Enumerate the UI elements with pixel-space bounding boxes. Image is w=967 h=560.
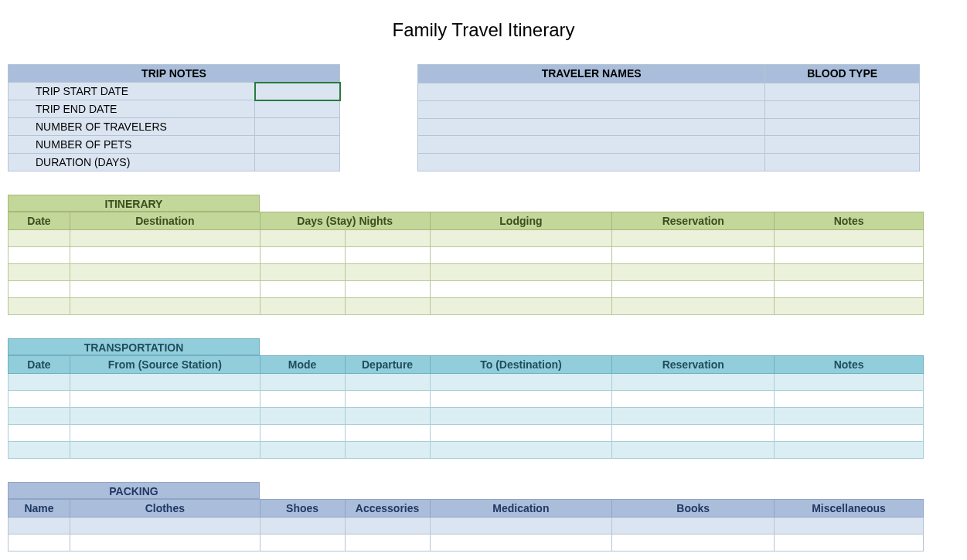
trip-notes-value-cell[interactable] xyxy=(255,154,340,171)
table-cell[interactable] xyxy=(345,425,430,442)
traveler-blood-cell[interactable] xyxy=(765,83,920,100)
table-cell[interactable] xyxy=(70,442,260,459)
table-cell[interactable] xyxy=(70,425,260,442)
table-cell[interactable] xyxy=(612,391,775,408)
table-cell[interactable] xyxy=(260,374,345,391)
table-cell[interactable] xyxy=(612,518,775,535)
table-cell[interactable] xyxy=(260,247,345,264)
table-cell[interactable] xyxy=(775,298,924,315)
table-cell[interactable] xyxy=(70,298,260,315)
trip-notes-label[interactable]: NUMBER OF PETS xyxy=(9,136,255,154)
table-cell[interactable] xyxy=(9,442,70,459)
table-cell[interactable] xyxy=(430,264,612,281)
table-cell[interactable] xyxy=(70,281,260,298)
table-cell[interactable] xyxy=(430,425,612,442)
traveler-name-cell[interactable] xyxy=(418,118,765,136)
table-cell[interactable] xyxy=(430,518,612,535)
table-cell[interactable] xyxy=(9,535,70,552)
table-cell[interactable] xyxy=(260,298,345,315)
table-cell[interactable] xyxy=(345,408,430,425)
table-cell[interactable] xyxy=(430,442,612,459)
traveler-name-cell[interactable] xyxy=(418,83,765,100)
trip-notes-label[interactable]: DURATION (DAYS) xyxy=(9,154,255,171)
table-cell[interactable] xyxy=(9,247,70,264)
table-cell[interactable] xyxy=(612,535,775,552)
table-cell[interactable] xyxy=(9,408,70,425)
table-cell[interactable] xyxy=(9,298,70,315)
table-cell[interactable] xyxy=(70,247,260,264)
trip-notes-value-cell[interactable] xyxy=(255,118,340,136)
table-cell[interactable] xyxy=(9,374,70,391)
table-cell[interactable] xyxy=(430,230,612,247)
table-cell[interactable] xyxy=(430,374,612,391)
table-cell[interactable] xyxy=(345,281,430,298)
trip-notes-value-cell[interactable] xyxy=(255,83,340,100)
table-cell[interactable] xyxy=(430,247,612,264)
table-cell[interactable] xyxy=(612,281,775,298)
table-cell[interactable] xyxy=(430,281,612,298)
table-cell[interactable] xyxy=(430,535,612,552)
table-cell[interactable] xyxy=(430,408,612,425)
trip-notes-label[interactable]: TRIP START DATE xyxy=(9,83,255,100)
table-cell[interactable] xyxy=(345,391,430,408)
table-cell[interactable] xyxy=(612,247,775,264)
table-cell[interactable] xyxy=(775,264,924,281)
table-cell[interactable] xyxy=(775,281,924,298)
table-cell[interactable] xyxy=(70,518,260,535)
traveler-blood-cell[interactable] xyxy=(765,100,920,118)
trip-notes-value-cell[interactable] xyxy=(255,136,340,154)
table-cell[interactable] xyxy=(612,374,775,391)
table-cell[interactable] xyxy=(9,391,70,408)
trip-notes-label[interactable]: NUMBER OF TRAVELERS xyxy=(9,118,255,136)
table-cell[interactable] xyxy=(260,281,345,298)
table-cell[interactable] xyxy=(260,391,345,408)
table-cell[interactable] xyxy=(345,442,430,459)
table-cell[interactable] xyxy=(9,230,70,247)
traveler-name-cell[interactable] xyxy=(418,136,765,154)
table-cell[interactable] xyxy=(775,535,924,552)
table-cell[interactable] xyxy=(775,374,924,391)
table-cell[interactable] xyxy=(260,535,345,552)
table-cell[interactable] xyxy=(345,535,430,552)
traveler-name-cell[interactable] xyxy=(418,154,765,171)
table-cell[interactable] xyxy=(345,247,430,264)
table-cell[interactable] xyxy=(9,425,70,442)
table-cell[interactable] xyxy=(612,408,775,425)
traveler-blood-cell[interactable] xyxy=(765,154,920,171)
table-cell[interactable] xyxy=(70,374,260,391)
table-cell[interactable] xyxy=(70,391,260,408)
table-cell[interactable] xyxy=(9,264,70,281)
table-cell[interactable] xyxy=(612,230,775,247)
table-cell[interactable] xyxy=(345,298,430,315)
table-cell[interactable] xyxy=(345,230,430,247)
table-cell[interactable] xyxy=(775,391,924,408)
table-cell[interactable] xyxy=(775,247,924,264)
table-cell[interactable] xyxy=(430,298,612,315)
trip-notes-label[interactable]: TRIP END DATE xyxy=(9,100,255,118)
table-cell[interactable] xyxy=(612,298,775,315)
trip-notes-value-cell[interactable] xyxy=(255,100,340,118)
traveler-blood-cell[interactable] xyxy=(765,136,920,154)
table-cell[interactable] xyxy=(430,391,612,408)
table-cell[interactable] xyxy=(260,264,345,281)
table-cell[interactable] xyxy=(345,374,430,391)
table-cell[interactable] xyxy=(9,281,70,298)
table-cell[interactable] xyxy=(260,230,345,247)
traveler-blood-cell[interactable] xyxy=(765,118,920,136)
table-cell[interactable] xyxy=(345,264,430,281)
traveler-name-cell[interactable] xyxy=(418,100,765,118)
table-cell[interactable] xyxy=(260,425,345,442)
table-cell[interactable] xyxy=(260,408,345,425)
table-cell[interactable] xyxy=(70,535,260,552)
table-cell[interactable] xyxy=(775,230,924,247)
table-cell[interactable] xyxy=(612,442,775,459)
table-cell[interactable] xyxy=(775,408,924,425)
table-cell[interactable] xyxy=(612,264,775,281)
table-cell[interactable] xyxy=(775,442,924,459)
table-cell[interactable] xyxy=(775,518,924,535)
table-cell[interactable] xyxy=(260,442,345,459)
table-cell[interactable] xyxy=(260,518,345,535)
table-cell[interactable] xyxy=(70,264,260,281)
table-cell[interactable] xyxy=(775,425,924,442)
table-cell[interactable] xyxy=(70,230,260,247)
